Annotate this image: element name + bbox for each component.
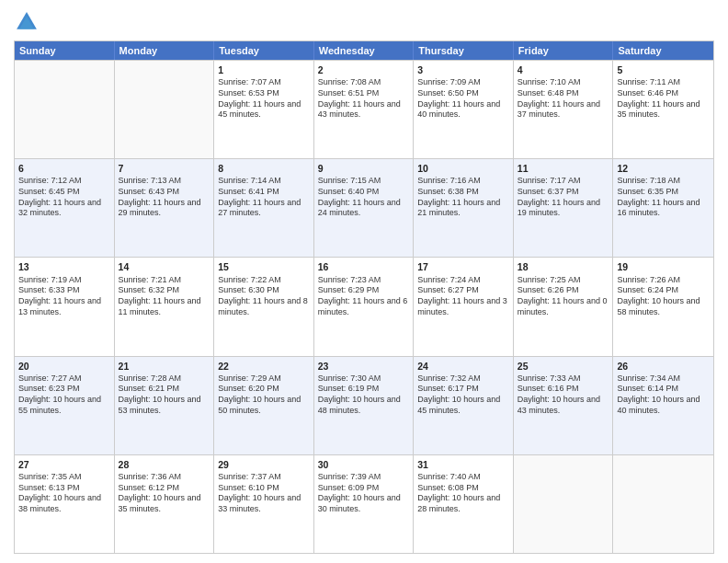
cell-info: Sunrise: 7:17 AM Sunset: 6:37 PM Dayligh… [518,176,609,219]
calendar-cell-1-2 [115,61,215,158]
cell-info: Sunrise: 7:10 AM Sunset: 6:48 PM Dayligh… [518,77,609,121]
cell-day-number: 4 [518,63,609,76]
cell-info: Sunrise: 7:36 AM Sunset: 6:12 PM Dayligh… [119,472,210,515]
calendar-cell-4-5: 24Sunrise: 7:32 AM Sunset: 6:17 PM Dayli… [414,357,514,454]
cell-day-number: 31 [417,458,509,471]
cell-day-number: 20 [18,360,110,373]
cell-info: Sunrise: 7:14 AM Sunset: 6:41 PM Dayligh… [218,176,310,219]
cell-info: Sunrise: 7:11 AM Sunset: 6:46 PM Dayligh… [617,77,710,121]
cell-info: Sunrise: 7:19 AM Sunset: 6:33 PM Dayligh… [18,275,110,318]
calendar-week-5: 27Sunrise: 7:35 AM Sunset: 6:13 PM Dayli… [15,454,713,553]
calendar-cell-2-4: 9Sunrise: 7:15 AM Sunset: 6:40 PM Daylig… [314,159,415,257]
cell-day-number: 13 [18,260,110,273]
calendar-cell-2-3: 8Sunrise: 7:14 AM Sunset: 6:41 PM Daylig… [214,159,314,257]
cell-day-number: 30 [318,458,410,471]
cell-day-number: 15 [218,260,310,273]
calendar-cell-2-1: 6Sunrise: 7:12 AM Sunset: 6:45 PM Daylig… [15,159,115,257]
cell-info: Sunrise: 7:27 AM Sunset: 6:23 PM Dayligh… [18,373,110,417]
cell-info: Sunrise: 7:29 AM Sunset: 6:20 PM Dayligh… [218,373,310,417]
cell-day-number: 5 [617,63,710,76]
calendar-cell-1-7: 5Sunrise: 7:11 AM Sunset: 6:46 PM Daylig… [613,61,713,158]
cell-info: Sunrise: 7:34 AM Sunset: 6:14 PM Dayligh… [617,373,710,417]
cell-info: Sunrise: 7:12 AM Sunset: 6:45 PM Dayligh… [18,176,110,219]
cell-day-number: 12 [617,162,710,175]
calendar-cell-3-4: 16Sunrise: 7:23 AM Sunset: 6:29 PM Dayli… [314,258,415,355]
cell-info: Sunrise: 7:22 AM Sunset: 6:30 PM Dayligh… [218,275,310,318]
cell-info: Sunrise: 7:09 AM Sunset: 6:50 PM Dayligh… [417,77,509,121]
calendar-cell-5-2: 28Sunrise: 7:36 AM Sunset: 6:12 PM Dayli… [115,455,215,553]
cell-info: Sunrise: 7:16 AM Sunset: 6:38 PM Dayligh… [417,176,509,219]
cell-info: Sunrise: 7:28 AM Sunset: 6:21 PM Dayligh… [119,373,210,417]
calendar-cell-3-2: 14Sunrise: 7:21 AM Sunset: 6:32 PM Dayli… [115,258,215,355]
page: SundayMondayTuesdayWednesdayThursdayFrid… [0,0,728,563]
calendar-cell-5-6 [514,455,614,553]
calendar-cell-1-1 [15,61,115,158]
calendar-week-1: 1Sunrise: 7:07 AM Sunset: 6:53 PM Daylig… [15,60,713,158]
calendar-cell-1-5: 3Sunrise: 7:09 AM Sunset: 6:50 PM Daylig… [414,61,514,158]
cell-day-number: 1 [218,63,310,76]
cell-info: Sunrise: 7:21 AM Sunset: 6:32 PM Dayligh… [119,275,210,318]
cell-day-number: 3 [417,63,509,76]
calendar-cell-5-3: 29Sunrise: 7:37 AM Sunset: 6:10 PM Dayli… [214,455,314,553]
calendar-cell-5-5: 31Sunrise: 7:40 AM Sunset: 6:08 PM Dayli… [414,455,514,553]
calendar-cell-2-2: 7Sunrise: 7:13 AM Sunset: 6:43 PM Daylig… [115,159,215,257]
calendar-cell-3-7: 19Sunrise: 7:26 AM Sunset: 6:24 PM Dayli… [613,258,713,355]
calendar-cell-4-6: 25Sunrise: 7:33 AM Sunset: 6:16 PM Dayli… [514,357,614,454]
cell-day-number: 9 [318,162,410,175]
calendar-cell-1-3: 1Sunrise: 7:07 AM Sunset: 6:53 PM Daylig… [214,61,314,158]
cell-info: Sunrise: 7:23 AM Sunset: 6:29 PM Dayligh… [318,275,410,318]
cell-info: Sunrise: 7:24 AM Sunset: 6:27 PM Dayligh… [417,275,509,318]
cell-day-number: 28 [119,458,210,471]
calendar-header-sunday: Sunday [15,41,115,60]
cell-info: Sunrise: 7:35 AM Sunset: 6:13 PM Dayligh… [18,472,110,515]
calendar-cell-4-7: 26Sunrise: 7:34 AM Sunset: 6:14 PM Dayli… [613,357,713,454]
calendar-cell-5-7 [613,455,713,553]
cell-day-number: 8 [218,162,310,175]
calendar-cell-5-4: 30Sunrise: 7:39 AM Sunset: 6:09 PM Dayli… [314,455,415,553]
cell-info: Sunrise: 7:08 AM Sunset: 6:51 PM Dayligh… [318,77,410,121]
calendar-cell-3-3: 15Sunrise: 7:22 AM Sunset: 6:30 PM Dayli… [214,258,314,355]
calendar-cell-4-1: 20Sunrise: 7:27 AM Sunset: 6:23 PM Dayli… [15,357,115,454]
cell-day-number: 21 [119,360,210,373]
calendar-week-2: 6Sunrise: 7:12 AM Sunset: 6:45 PM Daylig… [15,158,713,257]
cell-day-number: 2 [318,63,410,76]
calendar-cell-2-6: 11Sunrise: 7:17 AM Sunset: 6:37 PM Dayli… [514,159,614,257]
cell-day-number: 18 [518,260,609,273]
cell-day-number: 7 [119,162,210,175]
calendar-header-thursday: Thursday [414,41,514,60]
calendar-cell-2-5: 10Sunrise: 7:16 AM Sunset: 6:38 PM Dayli… [414,159,514,257]
cell-day-number: 26 [617,360,710,373]
calendar-cell-4-4: 23Sunrise: 7:30 AM Sunset: 6:19 PM Dayli… [314,357,415,454]
calendar-cell-4-3: 22Sunrise: 7:29 AM Sunset: 6:20 PM Dayli… [214,357,314,454]
cell-day-number: 14 [119,260,210,273]
cell-info: Sunrise: 7:33 AM Sunset: 6:16 PM Dayligh… [518,373,609,417]
cell-day-number: 29 [218,458,310,471]
logo [14,9,43,35]
calendar-cell-2-7: 12Sunrise: 7:18 AM Sunset: 6:35 PM Dayli… [613,159,713,257]
cell-day-number: 22 [218,360,310,373]
cell-info: Sunrise: 7:30 AM Sunset: 6:19 PM Dayligh… [318,373,410,417]
calendar-header-friday: Friday [514,41,614,60]
cell-day-number: 25 [518,360,609,373]
cell-day-number: 16 [318,260,410,273]
calendar-header-row: SundayMondayTuesdayWednesdayThursdayFrid… [15,41,713,60]
calendar-cell-3-1: 13Sunrise: 7:19 AM Sunset: 6:33 PM Dayli… [15,258,115,355]
calendar-cell-4-2: 21Sunrise: 7:28 AM Sunset: 6:21 PM Dayli… [115,357,215,454]
calendar-cell-5-1: 27Sunrise: 7:35 AM Sunset: 6:13 PM Dayli… [15,455,115,553]
header [14,9,714,35]
cell-info: Sunrise: 7:37 AM Sunset: 6:10 PM Dayligh… [218,472,310,515]
cell-info: Sunrise: 7:40 AM Sunset: 6:08 PM Dayligh… [417,472,509,515]
cell-info: Sunrise: 7:25 AM Sunset: 6:26 PM Dayligh… [518,275,609,318]
calendar-header-monday: Monday [115,41,215,60]
calendar-cell-1-4: 2Sunrise: 7:08 AM Sunset: 6:51 PM Daylig… [314,61,415,158]
calendar-cell-3-5: 17Sunrise: 7:24 AM Sunset: 6:27 PM Dayli… [414,258,514,355]
cell-info: Sunrise: 7:15 AM Sunset: 6:40 PM Dayligh… [318,176,410,219]
calendar: SundayMondayTuesdayWednesdayThursdayFrid… [14,40,714,554]
cell-day-number: 23 [318,360,410,373]
cell-info: Sunrise: 7:32 AM Sunset: 6:17 PM Dayligh… [417,373,509,417]
cell-day-number: 27 [18,458,110,471]
cell-day-number: 19 [617,260,710,273]
calendar-body: 1Sunrise: 7:07 AM Sunset: 6:53 PM Daylig… [15,60,713,553]
cell-info: Sunrise: 7:26 AM Sunset: 6:24 PM Dayligh… [617,275,710,318]
cell-day-number: 6 [18,162,110,175]
